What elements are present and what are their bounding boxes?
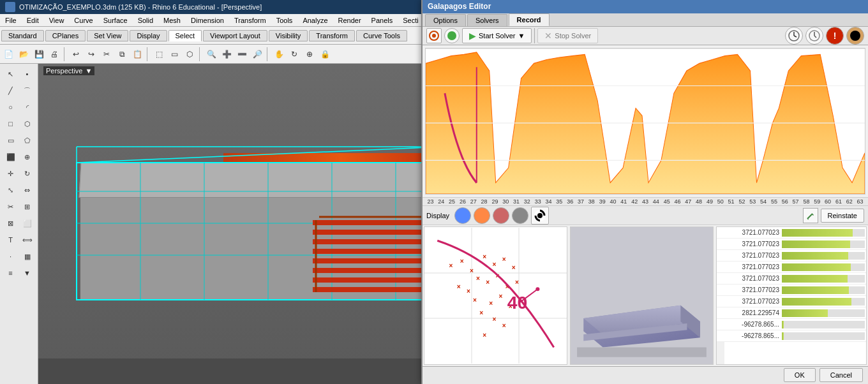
tool-poly[interactable]: ⬡ (20, 116, 35, 131)
warning-icon[interactable]: ! (826, 27, 844, 45)
tool-dim[interactable]: ⟺ (20, 232, 35, 247)
icon-snap[interactable]: ⊕ (303, 47, 317, 61)
icon-window-select[interactable]: ▭ (167, 47, 181, 61)
value-row-3[interactable]: 3721.077023 (717, 262, 866, 273)
gtab-solvers[interactable]: Solvers (467, 14, 507, 26)
viewport-dropdown-icon[interactable]: ▼ (85, 67, 92, 75)
icon-zoom-out[interactable]: ➖ (235, 47, 249, 61)
tool-rotate-3d[interactable]: ↻ (20, 166, 35, 181)
menu-edit[interactable]: Edit (22, 15, 44, 26)
icon-undo[interactable]: ↩ (69, 47, 83, 61)
menu-analyze[interactable]: Analyze (297, 15, 333, 26)
tool-mirror[interactable]: ⇔ (20, 182, 35, 198)
scatter-plot[interactable]: × × × × × × × × × × × × × × × × × (424, 226, 567, 365)
icon-crossing[interactable]: ⬡ (183, 47, 197, 61)
menu-mesh[interactable]: Mesh (158, 15, 186, 26)
menu-panels[interactable]: Panels (366, 15, 398, 26)
tab-curve-tools[interactable]: Curve Tools (356, 30, 407, 41)
value-row-5[interactable]: 3721.077023 (717, 284, 866, 296)
tool-select-arrow[interactable]: ↖ (3, 66, 19, 82)
menu-section[interactable]: Secti (398, 15, 423, 26)
cancel-button[interactable]: Cancel (819, 368, 863, 382)
tab-standard[interactable]: Standard (1, 30, 44, 41)
menu-view[interactable]: View (44, 15, 70, 26)
icon-redo[interactable]: ↪ (84, 47, 98, 61)
tool-more[interactable]: ▼ (20, 265, 35, 281)
value-row-4[interactable]: 3721.077023 (717, 273, 866, 284)
tool-scale[interactable]: ⤡ (3, 182, 19, 198)
tab-transform[interactable]: Transform (309, 30, 355, 41)
viewport-label[interactable]: Perspective ▼ (43, 66, 94, 75)
menu-transform[interactable]: Transform (229, 15, 271, 26)
value-row-0[interactable]: 3721.077023 (717, 227, 866, 239)
display-btn-red[interactable] (493, 207, 509, 224)
menu-tools[interactable]: Tools (271, 15, 298, 26)
icon-copy[interactable]: ⧉ (115, 47, 129, 61)
tab-set-view[interactable]: Set View (87, 30, 128, 41)
menu-curve[interactable]: Curve (69, 15, 98, 26)
tool-line[interactable]: ╱ (3, 83, 19, 98)
menu-file[interactable]: File (0, 15, 22, 26)
galapagos-chart[interactable] (425, 48, 865, 195)
icon-zoom-in[interactable]: ➕ (220, 47, 234, 61)
menu-render[interactable]: Render (333, 15, 366, 26)
pencil-icon[interactable] (803, 208, 818, 223)
tool-mesh[interactable]: ⬠ (20, 133, 35, 148)
menu-surface[interactable]: Surface (98, 15, 133, 26)
icon-rotate[interactable]: ↻ (287, 47, 301, 61)
icon-paste[interactable]: 📋 (130, 47, 144, 61)
display-btn-blue[interactable] (454, 207, 471, 224)
tab-cplanes[interactable]: CPlanes (45, 30, 86, 41)
gtab-options[interactable]: Options (425, 14, 466, 26)
tool-surface[interactable]: ▭ (3, 133, 19, 148)
tab-viewport-layout[interactable]: Viewport Layout (203, 30, 267, 41)
stop-solver-btn[interactable]: ✕ Stop Solver (537, 28, 598, 43)
tool-group[interactable]: ⬜ (20, 216, 35, 231)
icon-pan[interactable]: ✋ (272, 47, 286, 61)
tool-extrude[interactable]: ⬛ (3, 149, 19, 165)
tab-visibility[interactable]: Visibility (269, 30, 308, 41)
radiation-btn[interactable] (531, 207, 549, 225)
tool-join[interactable]: ⊞ (20, 199, 35, 214)
icon-cut[interactable]: ✂ (100, 47, 114, 61)
tool-expand[interactable]: ≡ (3, 265, 19, 281)
icon-select-all[interactable]: ⬚ (152, 47, 166, 61)
tool-explode[interactable]: ⊠ (3, 216, 19, 231)
value-row-6[interactable]: 3721.077023 (717, 296, 866, 307)
tool-move[interactable]: ✛ (3, 166, 19, 181)
tab-display[interactable]: Display (130, 30, 167, 41)
icon-zoom-window[interactable]: 🔎 (250, 47, 264, 61)
tool-rect[interactable]: □ (3, 116, 19, 131)
gtab-record[interactable]: Record (509, 13, 550, 26)
tool-text[interactable]: T (3, 232, 19, 247)
start-solver-btn[interactable]: ▶ Start Solver ▼ (462, 28, 532, 43)
sphere-icon[interactable] (846, 27, 864, 45)
galapagos-icon-1[interactable] (426, 28, 442, 43)
tool-circle[interactable]: ○ (3, 100, 19, 115)
tool-boolean[interactable]: ⊕ (20, 149, 35, 165)
tab-select[interactable]: Select (168, 30, 202, 41)
value-row-7[interactable]: 2821.229574 (717, 307, 866, 319)
galapagos-icon-2[interactable] (444, 28, 460, 43)
tool-hatch[interactable]: ▦ (20, 249, 35, 264)
icon-print[interactable]: 🖨 (47, 47, 61, 61)
value-row-1[interactable]: 3721.077023 (717, 239, 866, 250)
tool-point[interactable]: · (3, 249, 19, 264)
tool-select-dot[interactable]: • (20, 66, 35, 82)
tool-arc[interactable]: ◜ (20, 100, 35, 115)
icon-lock[interactable]: 🔒 (318, 47, 332, 61)
tool-trim[interactable]: ✂ (3, 199, 19, 214)
icon-zoom-extents[interactable]: 🔍 (204, 47, 218, 61)
icon-open[interactable]: 📂 (17, 47, 31, 61)
scrollbar[interactable] (717, 342, 724, 365)
value-row-9[interactable]: -96278.865... (717, 330, 866, 342)
value-row-8[interactable]: -96278.865... (717, 319, 866, 330)
display-btn-orange[interactable] (474, 207, 490, 224)
icon-save[interactable]: 💾 (32, 47, 46, 61)
tool-curve[interactable]: ⌒ (20, 83, 35, 98)
ok-button[interactable]: OK (784, 368, 816, 382)
reinstate-btn[interactable]: Reinstate (821, 209, 864, 223)
values-list[interactable]: 3721.077023 3721.077023 3721.077023 3721… (716, 226, 867, 365)
display-btn-gray[interactable] (512, 207, 528, 224)
3d-preview[interactable] (570, 226, 714, 365)
